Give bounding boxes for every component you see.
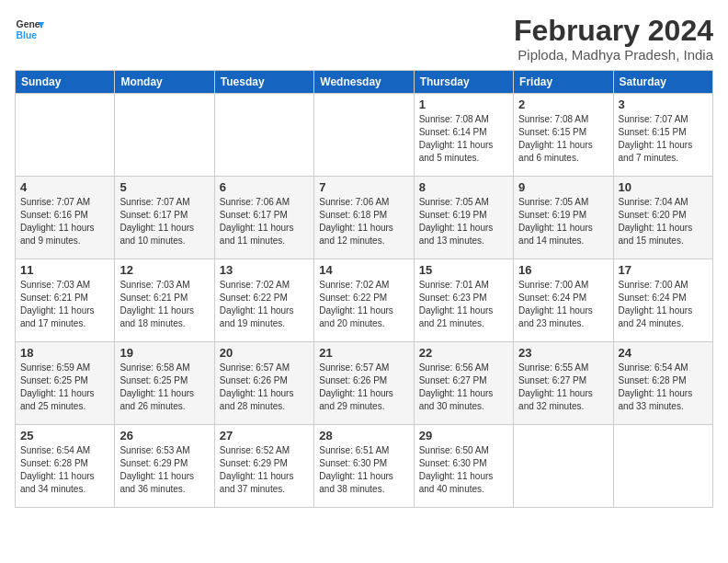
day-cell: 15Sunrise: 7:01 AM Sunset: 6:23 PM Dayli… [414, 259, 513, 342]
day-number: 18 [20, 346, 109, 360]
day-header-friday: Friday [514, 71, 613, 94]
day-cell: 21Sunrise: 6:57 AM Sunset: 6:26 PM Dayli… [314, 342, 414, 425]
day-header-wednesday: Wednesday [314, 71, 414, 94]
day-cell: 10Sunrise: 7:04 AM Sunset: 6:20 PM Dayli… [613, 177, 712, 259]
logo: General Blue [15, 15, 44, 44]
day-info: Sunrise: 6:58 AM Sunset: 6:25 PM Dayligh… [119, 362, 209, 413]
day-cell: 19Sunrise: 6:58 AM Sunset: 6:25 PM Dayli… [115, 342, 214, 425]
day-info: Sunrise: 6:52 AM Sunset: 6:29 PM Dayligh… [220, 444, 309, 496]
day-header-tuesday: Tuesday [214, 71, 313, 94]
day-info: Sunrise: 6:57 AM Sunset: 6:26 PM Dayligh… [220, 362, 309, 413]
day-number: 9 [518, 180, 608, 194]
day-number: 24 [619, 346, 708, 360]
day-number: 21 [319, 346, 408, 360]
day-cell: 27Sunrise: 6:52 AM Sunset: 6:29 PM Dayli… [214, 425, 313, 508]
day-cell: 6Sunrise: 7:06 AM Sunset: 6:17 PM Daylig… [214, 177, 313, 259]
day-cell: 20Sunrise: 6:57 AM Sunset: 6:26 PM Dayli… [214, 342, 313, 425]
day-header-thursday: Thursday [414, 71, 513, 94]
day-number: 16 [518, 263, 608, 277]
day-number: 3 [619, 98, 708, 111]
day-number: 25 [20, 429, 109, 442]
day-cell: 16Sunrise: 7:00 AM Sunset: 6:24 PM Dayli… [514, 259, 613, 342]
day-info: Sunrise: 7:05 AM Sunset: 6:19 PM Dayligh… [518, 196, 608, 247]
day-info: Sunrise: 7:01 AM Sunset: 6:23 PM Dayligh… [419, 279, 508, 330]
day-info: Sunrise: 7:06 AM Sunset: 6:17 PM Dayligh… [220, 196, 309, 247]
day-cell: 28Sunrise: 6:51 AM Sunset: 6:30 PM Dayli… [314, 425, 414, 508]
svg-text:Blue: Blue [17, 30, 38, 40]
day-info: Sunrise: 7:04 AM Sunset: 6:20 PM Dayligh… [619, 196, 708, 247]
day-info: Sunrise: 7:06 AM Sunset: 6:18 PM Dayligh… [319, 196, 408, 247]
day-header-sunday: Sunday [16, 71, 115, 94]
day-number: 26 [119, 429, 209, 442]
day-number: 10 [619, 180, 708, 194]
day-cell: 23Sunrise: 6:55 AM Sunset: 6:27 PM Dayli… [514, 342, 613, 425]
day-info: Sunrise: 7:02 AM Sunset: 6:22 PM Dayligh… [220, 279, 309, 330]
page-header: General Blue February 2024 Piploda, Madh… [15, 15, 713, 63]
day-info: Sunrise: 6:54 AM Sunset: 6:28 PM Dayligh… [619, 362, 708, 413]
day-number: 29 [419, 429, 508, 442]
day-info: Sunrise: 6:54 AM Sunset: 6:28 PM Dayligh… [20, 444, 109, 496]
day-info: Sunrise: 6:51 AM Sunset: 6:30 PM Dayligh… [319, 444, 408, 496]
day-cell: 24Sunrise: 6:54 AM Sunset: 6:28 PM Dayli… [613, 342, 712, 425]
week-row-4: 18Sunrise: 6:59 AM Sunset: 6:25 PM Dayli… [16, 342, 713, 425]
day-cell: 29Sunrise: 6:50 AM Sunset: 6:30 PM Dayli… [414, 425, 513, 508]
day-info: Sunrise: 7:03 AM Sunset: 6:21 PM Dayligh… [20, 279, 109, 330]
day-info: Sunrise: 7:02 AM Sunset: 6:22 PM Dayligh… [319, 279, 408, 330]
day-cell: 14Sunrise: 7:02 AM Sunset: 6:22 PM Dayli… [314, 259, 414, 342]
day-cell [613, 425, 712, 508]
day-cell [115, 94, 214, 177]
day-number: 22 [419, 346, 508, 360]
day-info: Sunrise: 6:53 AM Sunset: 6:29 PM Dayligh… [119, 444, 209, 496]
day-cell: 17Sunrise: 7:00 AM Sunset: 6:24 PM Dayli… [613, 259, 712, 342]
day-number: 5 [119, 180, 209, 194]
day-info: Sunrise: 7:07 AM Sunset: 6:16 PM Dayligh… [20, 196, 109, 247]
day-info: Sunrise: 7:07 AM Sunset: 6:15 PM Dayligh… [619, 113, 708, 165]
day-cell: 1Sunrise: 7:08 AM Sunset: 6:14 PM Daylig… [414, 94, 513, 177]
day-cell: 12Sunrise: 7:03 AM Sunset: 6:21 PM Dayli… [115, 259, 214, 342]
day-number: 20 [220, 346, 309, 360]
day-cell [514, 425, 613, 508]
logo-icon: General Blue [15, 15, 44, 44]
day-number: 13 [220, 263, 309, 277]
day-number: 15 [419, 263, 508, 277]
day-cell: 18Sunrise: 6:59 AM Sunset: 6:25 PM Dayli… [16, 342, 115, 425]
day-number: 4 [20, 180, 109, 194]
day-cell [214, 94, 313, 177]
day-number: 14 [319, 263, 408, 277]
day-header-monday: Monday [115, 71, 214, 94]
day-number: 12 [119, 263, 209, 277]
day-number: 6 [220, 180, 309, 194]
day-cell: 22Sunrise: 6:56 AM Sunset: 6:27 PM Dayli… [414, 342, 513, 425]
day-info: Sunrise: 7:07 AM Sunset: 6:17 PM Dayligh… [119, 196, 209, 247]
day-number: 19 [119, 346, 209, 360]
day-header-saturday: Saturday [613, 71, 712, 94]
days-header-row: SundayMondayTuesdayWednesdayThursdayFrid… [16, 71, 713, 94]
day-number: 11 [20, 263, 109, 277]
day-cell: 3Sunrise: 7:07 AM Sunset: 6:15 PM Daylig… [613, 94, 712, 177]
day-cell: 4Sunrise: 7:07 AM Sunset: 6:16 PM Daylig… [16, 177, 115, 259]
day-cell [314, 94, 414, 177]
calendar-table: SundayMondayTuesdayWednesdayThursdayFrid… [15, 70, 713, 508]
day-cell: 26Sunrise: 6:53 AM Sunset: 6:29 PM Dayli… [115, 425, 214, 508]
day-cell: 13Sunrise: 7:02 AM Sunset: 6:22 PM Dayli… [214, 259, 313, 342]
day-info: Sunrise: 7:00 AM Sunset: 6:24 PM Dayligh… [619, 279, 708, 330]
day-info: Sunrise: 6:55 AM Sunset: 6:27 PM Dayligh… [518, 362, 608, 413]
day-number: 27 [220, 429, 309, 442]
week-row-3: 11Sunrise: 7:03 AM Sunset: 6:21 PM Dayli… [16, 259, 713, 342]
day-number: 2 [518, 98, 608, 111]
day-number: 8 [419, 180, 508, 194]
day-cell: 7Sunrise: 7:06 AM Sunset: 6:18 PM Daylig… [314, 177, 414, 259]
day-cell: 8Sunrise: 7:05 AM Sunset: 6:19 PM Daylig… [414, 177, 513, 259]
day-info: Sunrise: 6:56 AM Sunset: 6:27 PM Dayligh… [419, 362, 508, 413]
day-number: 1 [419, 98, 508, 111]
title-block: February 2024 Piploda, Madhya Pradesh, I… [514, 15, 713, 63]
day-number: 17 [619, 263, 708, 277]
week-row-2: 4Sunrise: 7:07 AM Sunset: 6:16 PM Daylig… [16, 177, 713, 259]
day-info: Sunrise: 6:57 AM Sunset: 6:26 PM Dayligh… [319, 362, 408, 413]
day-number: 28 [319, 429, 408, 442]
day-cell: 25Sunrise: 6:54 AM Sunset: 6:28 PM Dayli… [16, 425, 115, 508]
day-info: Sunrise: 7:00 AM Sunset: 6:24 PM Dayligh… [518, 279, 608, 330]
week-row-5: 25Sunrise: 6:54 AM Sunset: 6:28 PM Dayli… [16, 425, 713, 508]
calendar-title: February 2024 [514, 15, 713, 47]
day-cell: 5Sunrise: 7:07 AM Sunset: 6:17 PM Daylig… [115, 177, 214, 259]
